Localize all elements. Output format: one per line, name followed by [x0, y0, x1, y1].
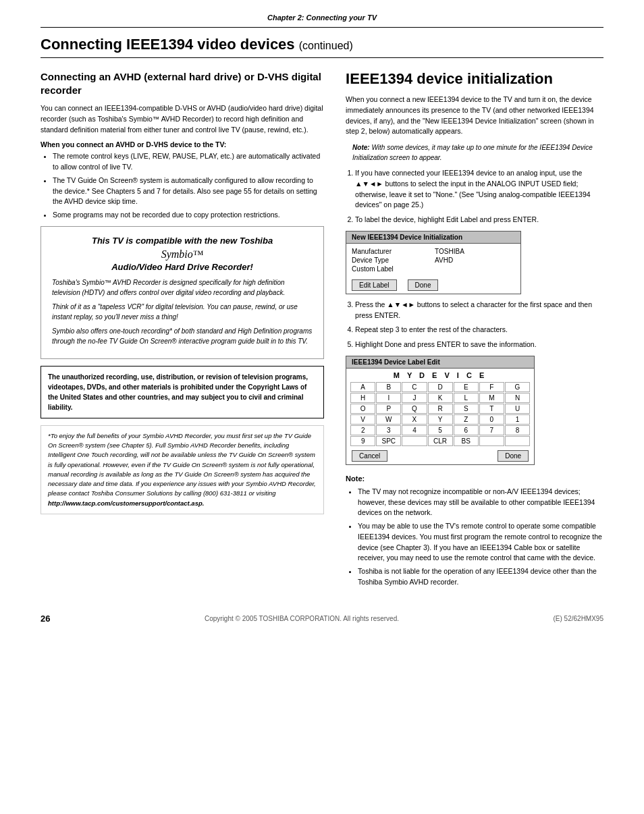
char-cell[interactable]: X	[402, 414, 427, 425]
char-cell[interactable]: W	[376, 414, 401, 425]
step-3: Press the ▲▼◄► buttons to select a chara…	[355, 300, 603, 321]
char-cell[interactable]: 0	[479, 414, 504, 425]
two-col-layout: Connecting an AVHD (external hard drive)…	[41, 70, 603, 593]
device-type-label: Device Type	[352, 256, 432, 264]
footnote-box: *To enjoy the full benefits of your Symb…	[41, 425, 324, 514]
note-item: You may be able to use the TV's remote c…	[358, 521, 603, 564]
char-cell[interactable]: I	[376, 393, 401, 403]
step-5: Highlight Done and press ENTER to save t…	[355, 340, 603, 350]
char-cell[interactable]: D	[428, 382, 453, 392]
footnote-link: http://www.tacp.com/customersupport/cont…	[48, 499, 204, 507]
note-item: Toshiba is not liable for the operation …	[358, 566, 603, 588]
left-column: Connecting an AVHD (external hard drive)…	[41, 70, 324, 593]
label-edit-box: IEEE1394 Device Label Edit M Y D E V I C…	[346, 356, 535, 465]
footnote-text: *To enjoy the full benefits of your Symb…	[48, 432, 316, 497]
notes-title: Note:	[346, 474, 603, 483]
warning-text: The unauthorized recording, use, distrib…	[48, 373, 308, 411]
char-cell[interactable]: R	[428, 404, 453, 414]
list-item: The remote control keys (LIVE, REW, PAUS…	[53, 151, 324, 173]
char-cell[interactable]: S	[454, 404, 479, 414]
note-item: The TV may not recognize incompatible or…	[358, 487, 603, 518]
char-cell	[402, 436, 427, 446]
footer-copyright: Copyright © 2005 TOSHIBA CORPORATION. Al…	[205, 615, 399, 622]
device-init-footer: Edit Label Done	[346, 277, 520, 294]
warning-box: The unauthorized recording, use, distrib…	[41, 366, 324, 418]
char-cell[interactable]: U	[505, 404, 530, 414]
device-init-body: Manufacturer TOSHIBA Device Type AVHD Cu…	[346, 244, 520, 277]
char-cell[interactable]: 9	[350, 436, 375, 446]
list-item: Some programs may not be recorded due to…	[53, 210, 324, 221]
when-heading: When you connect an AVHD or D-VHS device…	[41, 140, 324, 148]
section-continued: (continued)	[299, 40, 353, 51]
symbio-name: Symbio™	[52, 248, 313, 261]
char-cell[interactable]: 8	[505, 425, 530, 435]
custom-label-label: Custom Label	[352, 265, 432, 273]
char-cell[interactable]: G	[505, 382, 530, 392]
char-grid: A B C D E F G H I J K L M N O	[346, 381, 534, 447]
manufacturer-value: TOSHIBA	[435, 248, 515, 255]
char-cell[interactable]: Y	[428, 414, 453, 425]
label-edit-footer: Cancel Done	[346, 447, 534, 464]
note-content: With some devices, it may take up to one…	[352, 144, 593, 161]
list-item: The TV Guide On Screen® system is automa…	[53, 175, 324, 207]
char-cell[interactable]: SPC	[376, 436, 401, 446]
page-footer: 26 Copyright © 2005 TOSHIBA CORPORATION.…	[41, 614, 603, 624]
char-cell[interactable]: 4	[402, 425, 427, 435]
char-cell[interactable]: B	[376, 382, 401, 392]
device-init-box: New IEEE1394 Device Initialization Manuf…	[346, 231, 521, 294]
char-cell[interactable]: L	[454, 393, 479, 403]
char-cell[interactable]: N	[505, 393, 530, 403]
step-2: To label the device, highlight Edit Labe…	[355, 215, 603, 225]
chapter-header: Chapter 2: Connecting your TV	[267, 13, 377, 22]
custom-label-value	[435, 265, 515, 273]
done-button-1[interactable]: Done	[408, 279, 439, 291]
char-cell[interactable]: C	[402, 382, 427, 392]
cancel-button[interactable]: Cancel	[352, 450, 387, 462]
page: Chapter 2: Connecting your TV Connecting…	[0, 0, 644, 814]
page-number: 26	[41, 614, 50, 624]
footer-model: (E) 52/62HMX95	[554, 615, 603, 622]
char-cell[interactable]: Z	[454, 414, 479, 425]
char-cell	[479, 436, 504, 446]
char-cell[interactable]: 6	[454, 425, 479, 435]
char-cell[interactable]: 2	[350, 425, 375, 435]
char-cell[interactable]: P	[376, 404, 401, 414]
compat-title1: This TV is compatible with the new Toshi…	[52, 235, 313, 247]
char-cell[interactable]: V	[350, 414, 375, 425]
char-cell[interactable]: O	[350, 404, 375, 414]
note-italic-text: Note: With some devices, it may take up …	[352, 142, 603, 163]
device-init-title: New IEEE1394 Device Initialization	[346, 232, 520, 244]
done-button-2[interactable]: Done	[498, 450, 529, 462]
char-cell[interactable]: E	[454, 382, 479, 392]
char-cell[interactable]: 3	[376, 425, 401, 435]
ieee-section-title: IEEE1394 device initialization	[346, 70, 603, 88]
char-cell[interactable]: A	[350, 382, 375, 392]
char-cell[interactable]: K	[428, 393, 453, 403]
section-title-text: Connecting IEEE1394 video devices	[41, 36, 295, 53]
step-1: If you have connected your IEEE1394 devi…	[355, 168, 603, 211]
right-intro-text: When you connect a new IEEE1394 device t…	[346, 94, 603, 137]
char-cell[interactable]: BS	[454, 436, 479, 446]
recorder-title: Audio/Video Hard Drive Recorder!	[52, 262, 313, 272]
char-cell[interactable]: 1	[505, 414, 530, 425]
char-cell[interactable]: H	[350, 393, 375, 403]
steps-list: If you have connected your IEEE1394 devi…	[355, 168, 603, 225]
step-4: Repeat step 3 to enter the rest of the c…	[355, 325, 603, 335]
char-cell[interactable]: T	[479, 404, 504, 414]
char-cell[interactable]: Q	[402, 404, 427, 414]
header-bar: Chapter 2: Connecting your TV	[41, 13, 603, 28]
char-cell[interactable]: M	[479, 393, 504, 403]
edit-label-button[interactable]: Edit Label	[352, 279, 396, 291]
compatible-box: This TV is compatible with the new Toshi…	[41, 226, 324, 359]
char-cell[interactable]: 7	[479, 425, 504, 435]
char-cell[interactable]: J	[402, 393, 427, 403]
char-cell[interactable]: F	[479, 382, 504, 392]
left-intro-text: You can connect an IEEE1394-compatible D…	[41, 103, 324, 135]
notes-list: The TV may not recognize incompatible or…	[358, 487, 603, 588]
left-subsection-title: Connecting an AVHD (external hard drive)…	[41, 70, 324, 97]
notes-section: Note: The TV may not recognize incompati…	[346, 474, 603, 588]
bullets-list: The remote control keys (LIVE, REW, PAUS…	[53, 151, 324, 221]
label-edit-title: IEEE1394 Device Label Edit	[346, 356, 534, 369]
char-cell[interactable]: 5	[428, 425, 453, 435]
char-cell[interactable]: CLR	[428, 436, 453, 446]
